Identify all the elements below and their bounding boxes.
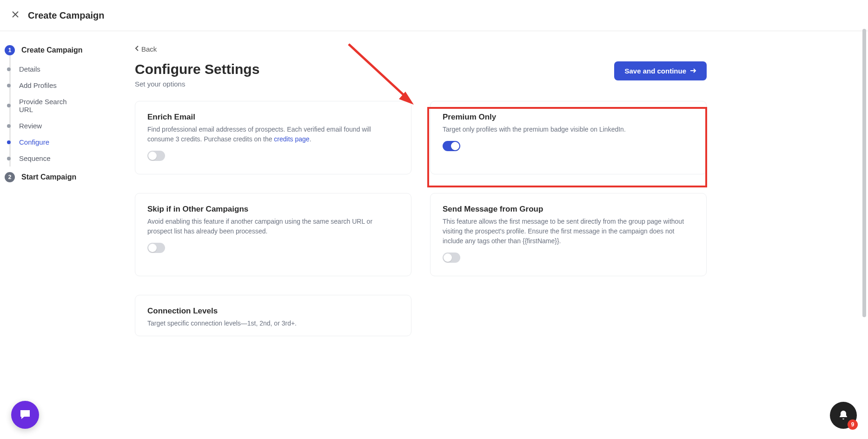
- page-subtitle: Set your options: [135, 80, 259, 88]
- chat-icon: [19, 408, 32, 421]
- toggle-knob: [148, 244, 157, 252]
- dot-icon: [7, 124, 11, 128]
- toggle-knob: [451, 142, 459, 150]
- skip-other-campaigns-toggle[interactable]: [147, 243, 165, 253]
- premium-only-toggle[interactable]: [443, 141, 460, 151]
- chat-fab-button[interactable]: [11, 401, 39, 429]
- dot-icon: [7, 67, 11, 71]
- enrich-email-toggle[interactable]: [147, 151, 165, 161]
- card-title: Enrich Email: [147, 113, 399, 122]
- save-button-label: Save and continue: [624, 67, 686, 75]
- back-link[interactable]: Back: [135, 45, 157, 53]
- dot-icon: [7, 104, 11, 107]
- sidebar-item-label: Configure: [19, 138, 49, 146]
- save-and-continue-button[interactable]: Save and continue: [614, 61, 707, 80]
- sidebar: 1 Create Campaign Details Add Profiles P…: [0, 31, 126, 439]
- sidebar-item-label: Sequence: [19, 154, 51, 162]
- toggle-knob: [148, 152, 157, 160]
- card-desc-text: Find professional email addresses of pro…: [147, 126, 371, 143]
- back-label: Back: [141, 45, 157, 53]
- sidebar-item-provide-search-url[interactable]: Provide Search URL: [7, 93, 126, 118]
- dot-icon: [7, 84, 11, 87]
- step-title-2: Start Campaign: [21, 173, 76, 181]
- sidebar-item-label: Add Profiles: [19, 81, 57, 89]
- connection-levels-card: Connection Levels Target specific connec…: [135, 295, 411, 336]
- card-description: Avoid enabling this feature if another c…: [147, 217, 399, 236]
- sidebar-item-configure[interactable]: Configure: [7, 134, 126, 150]
- card-description: Target specific connection levels—1st, 2…: [147, 319, 399, 328]
- sidebar-item-sequence[interactable]: Sequence: [7, 150, 126, 166]
- step-number-1: 1: [5, 45, 15, 55]
- chevron-left-icon: [135, 45, 139, 53]
- card-description: Target only profiles with the premium ba…: [443, 125, 694, 134]
- card-description: This feature allows the first message to…: [443, 217, 694, 246]
- card-title: Send Message from Group: [443, 205, 694, 214]
- toggle-knob: [444, 253, 452, 262]
- page-heading: Configure Settings Set your options: [135, 61, 259, 88]
- skip-other-campaigns-card: Skip if in Other Campaigns Avoid enablin…: [135, 193, 411, 276]
- bell-icon: [838, 410, 849, 421]
- sidebar-item-details[interactable]: Details: [7, 61, 126, 77]
- step-number-2: 2: [5, 172, 15, 182]
- notifications-fab-button[interactable]: 9: [830, 402, 857, 429]
- credits-page-link[interactable]: credits page: [274, 135, 309, 143]
- arrow-right-icon: [690, 67, 696, 75]
- card-title: Connection Levels: [147, 306, 399, 316]
- scrollbar[interactable]: [862, 29, 866, 326]
- sidebar-item-review[interactable]: Review: [7, 118, 126, 134]
- card-title: Skip if in Other Campaigns: [147, 205, 399, 214]
- dot-icon: [7, 157, 11, 160]
- page-title: Configure Settings: [135, 61, 259, 77]
- premium-only-card: Premium Only Target only profiles with t…: [430, 101, 707, 174]
- dot-icon: [7, 140, 11, 144]
- enrich-email-card: Enrich Email Find professional email add…: [135, 101, 411, 174]
- header-title: Create Campaign: [28, 10, 105, 21]
- header: Create Campaign: [0, 0, 868, 31]
- step-title-1: Create Campaign: [21, 46, 83, 54]
- step-start-campaign: 2 Start Campaign: [5, 172, 126, 182]
- sidebar-item-add-profiles[interactable]: Add Profiles: [7, 77, 126, 93]
- sidebar-item-label: Details: [19, 65, 40, 73]
- sidebar-item-label: Provide Search URL: [19, 98, 80, 113]
- card-description: Find professional email addresses of pro…: [147, 125, 399, 144]
- scrollbar-thumb[interactable]: [862, 29, 866, 317]
- send-message-from-group-card: Send Message from Group This feature all…: [430, 193, 707, 276]
- card-title: Premium Only: [443, 113, 694, 122]
- main-content: Back Configure Settings Set your options…: [126, 31, 725, 439]
- notification-badge: 9: [848, 419, 858, 430]
- send-message-from-group-toggle[interactable]: [443, 253, 460, 263]
- card-desc-text: .: [310, 135, 311, 143]
- sidebar-item-label: Review: [19, 122, 42, 130]
- close-icon[interactable]: [9, 8, 21, 22]
- step-create-campaign: 1 Create Campaign: [5, 45, 126, 55]
